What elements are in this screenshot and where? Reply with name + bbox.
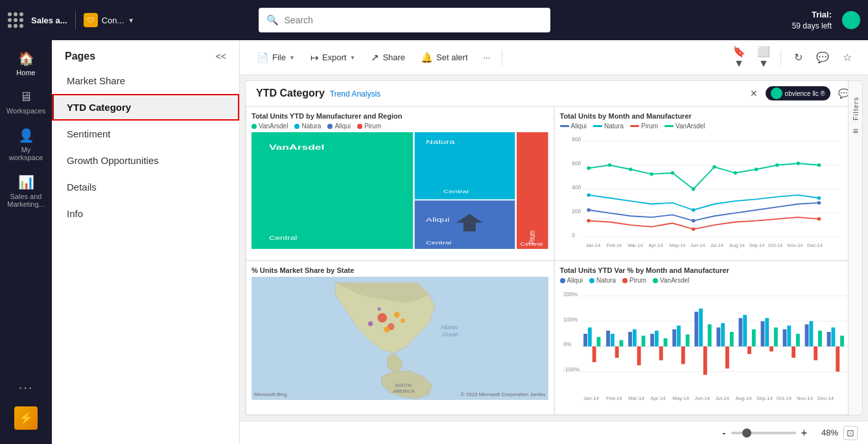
legend4-pirum: Pirum (622, 277, 646, 284)
svg-text:Sep-14: Sep-14 (756, 395, 773, 401)
user-avatar[interactable] (842, 11, 860, 29)
svg-point-55 (817, 217, 821, 221)
file-button[interactable]: 📄 File ▼ (250, 48, 301, 67)
svg-text:Nov-14: Nov-14 (796, 395, 813, 401)
svg-rect-94 (615, 346, 618, 358)
svg-point-46 (817, 163, 821, 167)
page-item-details[interactable]: Details (52, 174, 239, 200)
search-bar[interactable]: 🔍 (259, 8, 550, 32)
legend2-pirum: Pirum (630, 123, 658, 130)
apps-grid-icon[interactable] (8, 12, 23, 28)
chart-line[interactable]: Total Units by Month and Manufacturer Al… (554, 106, 863, 261)
bottom-bar: - + 48% ⊡ (240, 421, 868, 444)
chart2-title: Total Units by Month and Manufacturer (560, 112, 857, 120)
svg-text:-100%: -100% (563, 366, 580, 373)
svg-point-54 (691, 228, 695, 231)
svg-text:Central: Central (269, 235, 297, 241)
svg-text:Jun-14: Jun-14 (690, 242, 705, 248)
nav-workspaces[interactable]: 🖥 Workspaces (5, 84, 47, 120)
nav-workspaces-label: Workspaces (6, 107, 45, 115)
nav-app-label: Sales and Marketing... (7, 193, 44, 208)
svg-rect-135 (840, 336, 844, 347)
svg-text:Apr-14: Apr-14 (648, 242, 663, 248)
page-item-market-share[interactable]: Market Share (52, 67, 239, 94)
svg-point-40 (691, 187, 695, 191)
svg-rect-96 (628, 332, 632, 346)
svg-rect-90 (592, 346, 596, 362)
view-button[interactable]: ⬜ ▼ (753, 47, 774, 68)
chart-bar[interactable]: Total Units YTD Var % by Month and Manuf… (554, 261, 863, 415)
topbar: Sales a... 🛡 Con... ▼ 🔍 Trial: 59 days l… (0, 0, 868, 40)
svg-point-61 (401, 318, 405, 323)
svg-rect-122 (769, 346, 773, 351)
svg-point-45 (796, 161, 800, 165)
svg-text:100%: 100% (563, 316, 578, 323)
page-item-ytd-category[interactable]: YTD Category (52, 94, 239, 121)
workspace-switcher[interactable]: 🛡 Con... ▼ (84, 13, 135, 27)
svg-rect-120 (760, 321, 764, 347)
comment-button[interactable]: 💬 (812, 47, 833, 68)
svg-text:Aliqui: Aliqui (426, 216, 449, 223)
nav-more-dots[interactable]: ··· (19, 380, 34, 395)
zoom-minus-button[interactable]: - (722, 427, 725, 439)
nav-my-workspace[interactable]: 👤 My workspace (5, 123, 47, 167)
svg-text:Sep-14: Sep-14 (749, 242, 764, 248)
report-title-area: YTD Category Trend Analysis (256, 88, 381, 99)
svg-text:Dec-14: Dec-14 (807, 242, 823, 248)
main-content: 📄 File ▼ ↦ Export ▼ ↗ Share 🔔 Set alert … (240, 40, 868, 444)
svg-point-42 (733, 171, 737, 175)
svg-rect-91 (596, 337, 600, 347)
legend-pirum: Pirum (357, 123, 381, 130)
filters-panel[interactable]: Filters ≡ (848, 81, 862, 415)
search-input[interactable] (284, 15, 543, 25)
svg-rect-124 (782, 329, 786, 346)
svg-rect-95 (619, 340, 623, 347)
svg-rect-89 (587, 327, 591, 346)
chart-map[interactable]: % Units Market Share by State (246, 261, 554, 415)
pages-collapse-button[interactable]: << (216, 51, 226, 62)
more-options-button[interactable]: ··· (477, 49, 497, 66)
page-item-growth-opportunities[interactable]: Growth Opportunities (52, 147, 239, 174)
zoom-plus-button[interactable]: + (801, 427, 807, 439)
chart-treemap[interactable]: Total Units YTD by Manufacturer and Regi… (246, 106, 554, 261)
svg-point-37 (628, 167, 632, 171)
map-watermark: Microsoft Bing (254, 391, 287, 397)
nav-powerbi[interactable]: ⚡ (5, 397, 47, 439)
workspaces-icon: 🖥 (19, 89, 32, 104)
legend4-aliqui: Aliqui (560, 277, 583, 284)
fit-page-button[interactable]: ⊡ (843, 426, 858, 440)
legend4-vanarsdel: VanArsdel (653, 277, 689, 284)
export-chevron-icon: ▼ (349, 54, 355, 61)
filter-lines-icon: ≡ (852, 126, 858, 136)
workspace-name: Con... (102, 16, 124, 25)
favorite-button[interactable]: ☆ (837, 47, 858, 68)
map-container: Atlantic Ocean SOUTH AMERICA Microsoft B… (252, 277, 548, 400)
bookmark-button[interactable]: 🔖 ▼ (729, 47, 749, 68)
svg-rect-101 (655, 331, 659, 346)
zoom-slider[interactable] (731, 432, 796, 434)
svg-text:Natura: Natura (426, 138, 454, 145)
page-item-sentiment[interactable]: Sentiment (52, 121, 239, 147)
svg-text:Central: Central (443, 189, 469, 194)
refresh-button[interactable]: ↻ (788, 47, 808, 68)
share-button[interactable]: ↗ Share (364, 48, 412, 67)
filters-label[interactable]: Filters (852, 97, 860, 121)
nav-home[interactable]: 🏠 Home (5, 45, 47, 82)
export-icon: ↦ (311, 52, 319, 64)
svg-rect-125 (787, 325, 791, 346)
nav-app[interactable]: 📊 Sales and Marketing... (5, 169, 47, 213)
svg-rect-112 (716, 327, 720, 346)
svg-point-50 (587, 208, 591, 212)
svg-rect-130 (814, 346, 817, 360)
svg-text:Nov-14: Nov-14 (787, 242, 803, 248)
report-title: YTD Category (256, 88, 325, 99)
legend-natura: Natura (294, 123, 321, 130)
svg-rect-104 (672, 329, 676, 346)
svg-text:200%: 200% (563, 291, 578, 298)
svg-rect-121 (765, 318, 769, 347)
set-alert-button[interactable]: 🔔 Set alert (414, 48, 474, 67)
report-area: YTD Category Trend Analysis ✕ obvience l… (240, 75, 868, 421)
export-button[interactable]: ↦ Export ▼ (304, 48, 362, 67)
close-icon[interactable]: ✕ (747, 87, 760, 100)
page-item-info[interactable]: Info (52, 200, 239, 227)
